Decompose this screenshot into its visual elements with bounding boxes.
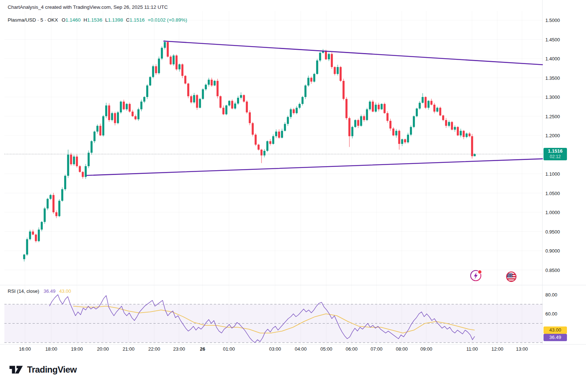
lightning-event-icon[interactable] <box>470 269 482 282</box>
us-flag-event-icon[interactable] <box>505 270 518 283</box>
time-axis-label: 03:00 <box>263 346 287 352</box>
time-axis-label: 09:00 <box>415 346 438 352</box>
price-axis-label: 0.9500 <box>545 229 560 235</box>
change-value: +0.0102 (+0.89%) <box>148 17 187 23</box>
chart-page: ChartAnalysis_4 created with TradingView… <box>0 0 586 392</box>
time-axis-label: 21:00 <box>117 346 140 352</box>
price-axis-label: 1.2000 <box>545 132 560 139</box>
time-axis-label: 18:00 <box>40 346 63 352</box>
price-axis-label: 1.4500 <box>545 37 560 43</box>
price-badge: 1.1516 02:12 <box>544 148 567 160</box>
time-axis-label: 05:00 <box>315 346 338 352</box>
price-chart-canvas[interactable] <box>0 0 586 392</box>
gridlines <box>0 0 586 344</box>
time-axis-label: 22:00 <box>142 346 166 352</box>
attribution-line: ChartAnalysis_4 created with TradingView… <box>8 4 168 10</box>
time-axis-label: 11:00 <box>460 346 484 352</box>
time-axis-label: 12:00 <box>486 346 509 352</box>
tradingview-logo-mark <box>9 364 24 375</box>
price-axis-label: 1.3500 <box>545 75 560 81</box>
time-axis-label: 13:00 <box>510 346 534 352</box>
ohlc-values: O1.1460H1.1536L1.1398C1.1516 <box>62 17 148 23</box>
rsi-header: RSI (14, close)36.4943.00 <box>8 288 71 294</box>
trendline-ascending-support[interactable] <box>87 159 542 175</box>
rsi-axis-label: 80.00 <box>545 292 557 298</box>
ohlc-close: C1.1516 <box>126 17 145 23</box>
rsi-ma-value: 43.00 <box>59 288 71 294</box>
ohlc-low: L1.1398 <box>105 17 123 23</box>
symbol-title: Plasma/USD · 5 · OKX <box>8 17 58 23</box>
time-axis-label: 20:00 <box>91 346 115 352</box>
trendline-descending-resistance[interactable] <box>164 41 542 65</box>
time-axis-label: 23:00 <box>167 346 191 352</box>
price-axis-label: 1.1000 <box>545 171 560 177</box>
rsi-title: RSI (14, close) <box>8 288 39 294</box>
price-axis-label: 1.5000 <box>545 17 560 23</box>
price-axis-label: 1.0000 <box>545 209 560 216</box>
time-axis-label: 16:00 <box>13 346 37 352</box>
candles-series[interactable] <box>23 40 476 262</box>
tradingview-logo-text: TradingView <box>27 365 77 375</box>
tradingview-logo[interactable]: TradingView <box>9 364 77 375</box>
ohlc-high: H1.1536 <box>84 17 102 23</box>
rsi-value: 36.49 <box>44 288 56 294</box>
rsi-value-badge: 36.49 <box>544 334 567 341</box>
time-axis-label: 26 <box>191 346 214 352</box>
price-axis-label: 0.9000 <box>545 248 560 254</box>
time-axis-label: 06:00 <box>340 346 363 352</box>
price-axis-label: 1.3000 <box>545 94 560 100</box>
ohlc-open: O1.1460 <box>62 17 81 23</box>
time-axis-label: 19:00 <box>65 346 89 352</box>
time-axis-label: 01:00 <box>217 346 241 352</box>
time-axis-label: 04:00 <box>289 346 312 352</box>
time-axis-label: 07:00 <box>365 346 388 352</box>
price-axis-label: 1.2500 <box>545 113 560 120</box>
time-axis-label: 08:00 <box>390 346 413 352</box>
price-axis-label: 0.8500 <box>545 267 560 273</box>
symbol-info-line: Plasma/USD · 5 · OKXO1.1460H1.1536L1.139… <box>8 17 187 23</box>
price-badge-value: 1.1516 <box>544 148 567 154</box>
price-badge-countdown: 02:12 <box>544 154 567 159</box>
rsi-axis-label: 60.00 <box>545 311 557 317</box>
rsi-ma-badge: 43.00 <box>544 326 567 334</box>
price-axis-label: 1.0500 <box>545 190 560 197</box>
price-axis-label: 1.4000 <box>545 56 560 62</box>
